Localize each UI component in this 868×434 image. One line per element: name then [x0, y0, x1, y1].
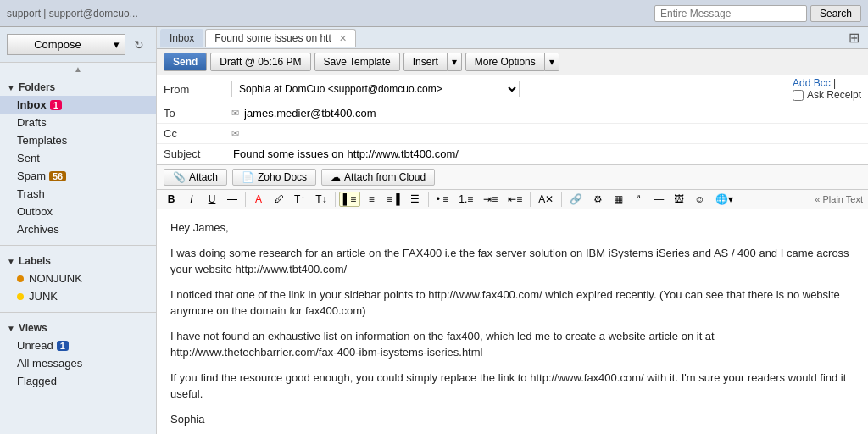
- sidebar-item-unread[interactable]: Unread 1: [0, 337, 156, 354]
- from-row: From Sophia at DomCuo <support@domcuo.co…: [157, 75, 868, 103]
- unread-label: Unread: [17, 339, 53, 352]
- indent-button[interactable]: ⇥≡: [479, 192, 502, 207]
- compose-button[interactable]: Compose: [7, 34, 108, 55]
- add-bcc-link[interactable]: Add Bcc: [793, 77, 831, 89]
- sidebar-item-spam[interactable]: Spam 56: [0, 167, 156, 185]
- to-input[interactable]: [242, 106, 861, 120]
- cloud-attach-button[interactable]: ☁ Attach from Cloud: [321, 169, 435, 186]
- numbered-list-button[interactable]: 1.≡: [454, 192, 477, 207]
- attach-button[interactable]: 📎 Attach: [164, 169, 227, 186]
- scroll-up[interactable]: ▲: [0, 63, 156, 75]
- zoho-docs-button[interactable]: 📄 Zoho Docs: [232, 169, 316, 186]
- emoji-button[interactable]: ☺: [690, 192, 709, 207]
- hr-button[interactable]: —: [649, 192, 668, 207]
- refresh-button[interactable]: ↻: [129, 36, 149, 53]
- main-layout: Compose ▾ ↻ ▲ ▼ Folders Inbox 1 Drafts T…: [0, 27, 868, 434]
- sidebar-item-trash[interactable]: Trash: [0, 185, 156, 203]
- align-center-button[interactable]: ≡: [362, 192, 381, 207]
- views-header[interactable]: ▼ Views: [0, 320, 156, 337]
- tabs-bar: Inbox Found some issues on htt ✕ ⊞: [157, 27, 868, 49]
- to-label: To: [164, 107, 231, 120]
- ask-receipt-checkbox[interactable]: [793, 90, 804, 101]
- strikethrough-button[interactable]: —: [223, 192, 242, 207]
- tabs-actions[interactable]: ⊞: [843, 30, 865, 46]
- fmt-sep-3: [428, 192, 429, 207]
- unread-badge: 1: [57, 341, 69, 351]
- sidebar-item-templates[interactable]: Templates: [0, 131, 156, 149]
- nonjunk-label: NONJUNK: [29, 272, 82, 285]
- sidebar-item-outbox[interactable]: Outbox: [0, 203, 156, 220]
- views-arrow-icon: ▼: [7, 324, 15, 333]
- cloud-icon: ☁: [331, 171, 341, 183]
- image-button[interactable]: 🖼: [670, 192, 688, 207]
- drafts-label: Drafts: [17, 116, 47, 129]
- sidebar-item-all-messages[interactable]: All messages: [0, 354, 156, 372]
- sidebar-item-flagged[interactable]: Flagged: [0, 372, 156, 390]
- cc-field: ✉: [231, 126, 861, 141]
- plain-text-link[interactable]: « Plain Text: [815, 194, 863, 204]
- compose-arrow-button[interactable]: ▾: [108, 34, 125, 55]
- junk-label: JUNK: [29, 290, 58, 303]
- all-messages-label: All messages: [17, 357, 82, 370]
- para-3: I have not found an exhaustive list on i…: [170, 328, 854, 361]
- tab-compose[interactable]: Found some issues on htt ✕: [205, 29, 356, 47]
- quote-button[interactable]: ‟: [629, 192, 648, 207]
- font-size-down-button[interactable]: T↓: [311, 192, 331, 207]
- flagged-label: Flagged: [17, 375, 57, 387]
- link-button[interactable]: 🔗: [565, 192, 587, 207]
- send-button[interactable]: Send: [164, 53, 207, 71]
- templates-label: Templates: [17, 134, 67, 147]
- justify-button[interactable]: ☰: [406, 192, 425, 207]
- sidebar-item-archives[interactable]: Archives: [0, 220, 156, 238]
- inbox-badge: 1: [50, 100, 62, 110]
- bullet-list-button[interactable]: • ≡: [432, 192, 453, 207]
- draft-button[interactable]: Draft @ 05:16 PM: [210, 53, 310, 71]
- more-button[interactable]: 🌐▾: [711, 192, 737, 207]
- clear-format-button[interactable]: A✕: [534, 192, 558, 207]
- trash-label: Trash: [17, 187, 45, 200]
- highlight-button[interactable]: 🖊: [270, 192, 288, 207]
- ask-receipt-area: Ask Receipt: [793, 89, 861, 101]
- outdent-button[interactable]: ⇤≡: [504, 192, 526, 207]
- search-input[interactable]: [654, 5, 807, 22]
- align-left-button[interactable]: ▌≡: [339, 192, 361, 207]
- underline-button[interactable]: U: [203, 192, 221, 207]
- special-char-button[interactable]: ⚙: [588, 192, 607, 207]
- insert-group: Insert ▾: [403, 53, 462, 71]
- tab-inbox[interactable]: Inbox: [160, 29, 203, 47]
- archives-label: Archives: [17, 223, 59, 236]
- sidebar-item-nonjunk[interactable]: NONJUNK: [0, 270, 156, 287]
- top-bar: support | support@domcuo... Search: [0, 0, 868, 27]
- labels-label: Labels: [19, 255, 51, 267]
- sidebar-item-drafts[interactable]: Drafts: [0, 114, 156, 131]
- cc-input[interactable]: [242, 126, 861, 141]
- tab-close-icon[interactable]: ✕: [339, 33, 347, 43]
- sidebar-item-junk[interactable]: JUNK: [0, 287, 156, 305]
- bold-button[interactable]: B: [162, 192, 181, 207]
- save-template-button[interactable]: Save Template: [314, 53, 400, 71]
- subject-field: [231, 147, 861, 161]
- font-color-button[interactable]: A: [249, 192, 268, 207]
- more-options-arrow-button[interactable]: ▾: [545, 53, 559, 71]
- font-size-button[interactable]: T↑: [290, 192, 309, 207]
- fmt-sep-1: [245, 192, 246, 207]
- table-button[interactable]: ▦: [609, 192, 627, 207]
- subject-input[interactable]: [231, 147, 861, 161]
- email-body[interactable]: Hey James, I was doing some research for…: [157, 209, 868, 434]
- folders-header[interactable]: ▼ Folders: [0, 79, 156, 96]
- sidebar-item-inbox[interactable]: Inbox 1: [0, 96, 156, 114]
- insert-button[interactable]: Insert: [403, 53, 448, 71]
- sidebar-item-sent[interactable]: Sent: [0, 149, 156, 167]
- format-bar: B I U — A 🖊 T↑ T↓ ▌≡ ≡ ≡▐ ☰ • ≡ 1.≡ ⇥≡ ⇤…: [157, 190, 868, 209]
- email-form: From Sophia at DomCuo <support@domcuo.co…: [157, 75, 868, 165]
- from-select[interactable]: Sophia at DomCuo <support@domcuo.com>: [231, 81, 520, 97]
- more-options-button[interactable]: More Options: [465, 53, 545, 71]
- search-button[interactable]: Search: [810, 5, 861, 22]
- more-options-group: More Options ▾: [465, 53, 559, 71]
- content-area: Inbox Found some issues on htt ✕ ⊞ Send …: [157, 27, 868, 434]
- labels-header[interactable]: ▼ Labels: [0, 253, 156, 270]
- italic-button[interactable]: I: [182, 192, 201, 207]
- inbox-label: Inbox: [17, 98, 47, 111]
- align-right-button[interactable]: ≡▐: [382, 192, 404, 207]
- insert-arrow-button[interactable]: ▾: [448, 53, 462, 71]
